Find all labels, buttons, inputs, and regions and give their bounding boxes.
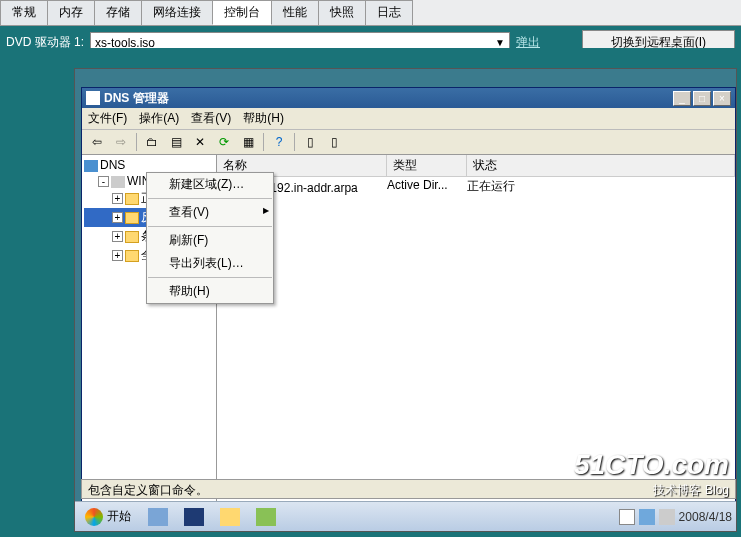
dropdown-arrow-icon: ▼ [495,37,505,48]
menu-new-zone[interactable]: 新建区域(Z)… [147,173,273,196]
dns-manager-window: DNS 管理器 _ □ × 文件(F) 操作(A) 查看(V) 帮助(H) ⇦ … [81,87,736,507]
delete-icon: ✕ [195,135,205,149]
menu-help[interactable]: 帮助(H) [243,110,284,127]
export-icon: ▦ [243,135,254,149]
server-manager-icon [148,508,168,526]
remote-desktop-area: DNS 管理器 _ □ × 文件(F) 操作(A) 查看(V) 帮助(H) ⇦ … [0,48,741,537]
col-type[interactable]: 类型 [387,155,467,176]
delete-button[interactable]: ✕ [189,132,211,152]
dns-taskbar-icon [256,508,276,526]
taskbar-server-manager[interactable] [143,505,173,529]
col-status[interactable]: 状态 [467,155,735,176]
dns-app-icon [86,91,100,105]
back-button[interactable]: ⇦ [86,132,108,152]
back-arrow-icon: ⇦ [92,135,102,149]
close-button[interactable]: × [713,91,731,106]
help-button[interactable]: ? [268,132,290,152]
folder-icon [125,193,139,205]
list-pane[interactable]: 名称 类型 状态 16.16.192.in-addr.arpa Active D… [217,155,735,509]
tool-b-button[interactable]: ▯ [323,132,345,152]
collapse-icon[interactable]: - [98,176,109,187]
toolbar: ⇦ ⇨ 🗀 ▤ ✕ ⟳ ▦ ? ▯ ▯ [82,130,735,155]
explorer-icon [220,508,240,526]
start-button[interactable]: 开始 [79,506,137,528]
menu-action[interactable]: 操作(A) [139,110,179,127]
list-header: 名称 类型 状态 [217,155,735,177]
forward-button[interactable]: ⇨ [110,132,132,152]
network-tray-icon[interactable] [639,509,655,525]
system-tray[interactable]: 2008/4/18 [619,509,732,525]
window-title: DNS 管理器 [104,90,673,107]
volume-tray-icon[interactable] [659,509,675,525]
tray-clock[interactable]: 2008/4/18 [679,511,732,523]
menu-bar: 文件(F) 操作(A) 查看(V) 帮助(H) [82,108,735,130]
minimize-button[interactable]: _ [673,91,691,106]
menu-export-list[interactable]: 导出列表(L)… [147,252,273,275]
tab-log[interactable]: 日志 [365,0,413,25]
folder-icon [125,212,139,224]
status-bar: 包含自定义窗口命令。 [81,479,736,499]
page-icon: ▯ [307,135,314,149]
tree-root[interactable]: DNS [84,157,214,173]
page2-icon: ▯ [331,135,338,149]
tab-network[interactable]: 网络连接 [141,0,213,25]
list-row[interactable]: 16.16.192.in-addr.arpa Active Dir... 正在运… [217,177,735,196]
forward-arrow-icon: ⇨ [116,135,126,149]
taskbar-dns[interactable] [251,505,281,529]
refresh-icon: ⟳ [219,135,229,149]
menu-view[interactable]: 查看(V) [191,110,231,127]
outer-tab-bar: 常规 内存 存储 网络连接 控制台 性能 快照 日志 [0,0,741,26]
expand-icon[interactable]: + [112,212,123,223]
menu-view-sub[interactable]: 查看(V) [147,201,273,224]
tab-console[interactable]: 控制台 [212,0,272,25]
taskbar-powershell[interactable] [179,505,209,529]
powershell-icon [184,508,204,526]
export-button[interactable]: ▦ [237,132,259,152]
context-menu: 新建区域(Z)… 查看(V) 刷新(F) 导出列表(L)… 帮助(H) [146,172,274,304]
menu-help[interactable]: 帮助(H) [147,280,273,303]
menu-separator [148,226,272,227]
taskbar: 开始 2008/4/18 [75,501,736,531]
show-hide-button[interactable]: ▤ [165,132,187,152]
panel-icon: ▤ [171,135,182,149]
expand-icon[interactable]: + [112,193,123,204]
folder-icon [125,231,139,243]
refresh-button[interactable]: ⟳ [213,132,235,152]
menu-separator [148,277,272,278]
menu-separator [148,198,272,199]
expand-icon[interactable]: + [112,231,123,242]
tab-general[interactable]: 常规 [0,0,48,25]
expand-icon[interactable]: + [112,250,123,261]
dns-root-icon [84,160,98,172]
server-icon [111,176,125,188]
menu-refresh[interactable]: 刷新(F) [147,229,273,252]
windows-orb-icon [85,508,103,526]
tab-memory[interactable]: 内存 [47,0,95,25]
menu-file[interactable]: 文件(F) [88,110,127,127]
help-icon: ? [276,135,283,149]
start-label: 开始 [107,508,131,525]
tab-storage[interactable]: 存储 [94,0,142,25]
tab-performance[interactable]: 性能 [271,0,319,25]
taskbar-explorer[interactable] [215,505,245,529]
folder-icon [125,250,139,262]
window-titlebar[interactable]: DNS 管理器 _ □ × [82,88,735,108]
flag-icon[interactable] [619,509,635,525]
maximize-button[interactable]: □ [693,91,711,106]
folder-up-icon: 🗀 [146,135,158,149]
tab-snapshot[interactable]: 快照 [318,0,366,25]
up-button[interactable]: 🗀 [141,132,163,152]
desktop-frame: DNS 管理器 _ □ × 文件(F) 操作(A) 查看(V) 帮助(H) ⇦ … [74,68,737,532]
tool-a-button[interactable]: ▯ [299,132,321,152]
